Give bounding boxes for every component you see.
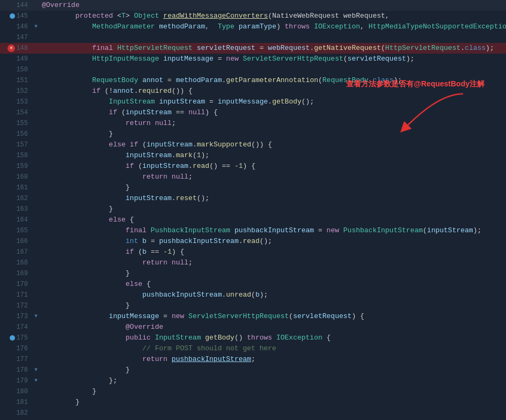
code-content: if (inputStream == null) { xyxy=(40,107,506,118)
code-content: RequestBody annot = methodParam.getParam… xyxy=(40,75,506,86)
gutter-icons xyxy=(0,247,16,257)
fold-area[interactable] xyxy=(32,64,40,75)
gutter-icons xyxy=(0,64,16,75)
line-number: 162 xyxy=(16,193,32,204)
fold-area[interactable] xyxy=(32,75,40,86)
code-line: 144@Override xyxy=(0,0,506,11)
fold-area[interactable] xyxy=(32,107,40,118)
fold-area[interactable] xyxy=(32,0,40,11)
fold-area[interactable] xyxy=(32,333,40,343)
line-number: 178 xyxy=(16,365,32,375)
fold-area[interactable] xyxy=(32,257,40,268)
code-line: 160 return null; xyxy=(0,172,506,182)
fold-area[interactable] xyxy=(32,343,40,354)
line-number: 175 xyxy=(16,333,32,343)
gutter-icons xyxy=(0,97,16,107)
gutter-icons xyxy=(0,32,16,43)
code-line: 177 return pushbackInputStream; xyxy=(0,354,506,365)
fold-area[interactable] xyxy=(32,204,40,215)
code-line: 149 HttpInputMessage inputMessage = new … xyxy=(0,54,506,64)
gutter-icons xyxy=(0,150,16,161)
fold-area[interactable] xyxy=(32,290,40,300)
code-line: 178▼ } xyxy=(0,365,506,375)
code-content: } xyxy=(40,268,506,279)
fold-area[interactable] xyxy=(32,215,40,225)
code-line: 164 else { xyxy=(0,215,506,225)
line-number: 159 xyxy=(16,161,32,172)
fold-area[interactable] xyxy=(32,193,40,204)
code-content: } xyxy=(40,300,506,311)
code-line: 175 public InputStream getBody() throws … xyxy=(0,333,506,343)
line-number: 150 xyxy=(16,64,32,75)
code-line: 165 final PushbackInputStream pushbackIn… xyxy=(0,225,506,236)
fold-area[interactable]: ▼ xyxy=(32,311,40,322)
line-number: 172 xyxy=(16,300,32,311)
fold-icon[interactable]: ▼ xyxy=(34,21,38,32)
breakpoint-indicator xyxy=(10,13,15,19)
fold-area[interactable]: ▼ xyxy=(32,365,40,375)
fold-area[interactable] xyxy=(32,397,40,408)
code-line: 176 // Form POST should not get here xyxy=(0,343,506,354)
code-line: 181 } xyxy=(0,397,506,408)
fold-area[interactable] xyxy=(32,139,40,150)
fold-area[interactable] xyxy=(32,236,40,247)
fold-area[interactable] xyxy=(32,247,40,257)
code-content: pushbackInputStream.unread(b); xyxy=(40,290,506,300)
fold-area[interactable] xyxy=(32,150,40,161)
fold-area[interactable] xyxy=(32,182,40,193)
line-number: 160 xyxy=(16,172,32,182)
fold-area[interactable] xyxy=(32,279,40,290)
fold-area[interactable] xyxy=(32,11,40,21)
fold-area[interactable] xyxy=(32,268,40,279)
fold-area[interactable] xyxy=(32,129,40,139)
code-content: }; xyxy=(40,375,506,386)
code-content: final PushbackInputStream pushbackInputS… xyxy=(40,225,506,236)
code-content: public InputStream getBody() throws IOEx… xyxy=(40,333,506,343)
gutter-icons xyxy=(0,129,16,139)
fold-area[interactable]: ▼ xyxy=(32,375,40,386)
fold-area[interactable] xyxy=(32,408,40,418)
fold-area[interactable] xyxy=(32,54,40,64)
fold-area[interactable] xyxy=(32,118,40,129)
line-number: 179 xyxy=(16,375,32,386)
line-number: 148 xyxy=(16,43,32,54)
fold-area[interactable] xyxy=(32,386,40,397)
gutter-icons xyxy=(0,75,16,86)
gutter-icons xyxy=(0,408,16,418)
fold-area[interactable] xyxy=(32,86,40,97)
line-number: 152 xyxy=(16,86,32,97)
gutter-icons xyxy=(0,193,16,204)
fold-area[interactable] xyxy=(32,32,40,43)
fold-area[interactable] xyxy=(32,322,40,333)
code-content: protected <T> Object readWithMessageConv… xyxy=(40,11,506,21)
code-line: 147 xyxy=(0,32,506,43)
fold-area[interactable] xyxy=(32,300,40,311)
fold-area[interactable] xyxy=(32,97,40,107)
code-line: 153 InputStream inputStream = inputMessa… xyxy=(0,97,506,107)
gutter-icons xyxy=(0,397,16,408)
fold-area[interactable] xyxy=(32,225,40,236)
gutter-icons xyxy=(0,333,16,343)
gutter-icons xyxy=(0,139,16,150)
fold-area[interactable] xyxy=(32,161,40,172)
code-line: 182 xyxy=(0,408,506,418)
code-line: ✕148 final HttpServletRequest servletReq… xyxy=(0,43,506,54)
gutter-icons xyxy=(0,365,16,375)
fold-area[interactable] xyxy=(32,43,40,54)
fold-area[interactable] xyxy=(32,172,40,182)
code-content: } xyxy=(40,204,506,215)
line-number: 176 xyxy=(16,343,32,354)
fold-area[interactable] xyxy=(32,354,40,365)
fold-icon[interactable]: ▼ xyxy=(34,365,38,375)
line-number: 163 xyxy=(16,204,32,215)
code-line: 171 pushbackInputStream.unread(b); xyxy=(0,290,506,300)
line-number: 181 xyxy=(16,397,32,408)
line-number: 157 xyxy=(16,139,32,150)
line-number: 174 xyxy=(16,322,32,333)
fold-area[interactable]: ▼ xyxy=(32,21,40,32)
code-content: return pushbackInputStream; xyxy=(40,354,506,365)
gutter-icons xyxy=(0,86,16,97)
fold-icon[interactable]: ▼ xyxy=(34,375,38,386)
line-number: 156 xyxy=(16,129,32,139)
fold-icon[interactable]: ▼ xyxy=(34,311,38,322)
